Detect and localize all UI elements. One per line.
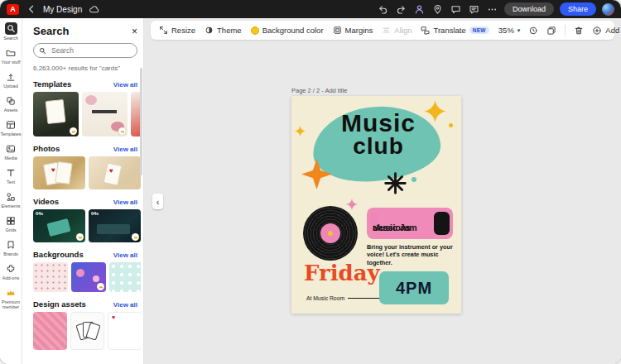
heart-icon: ♥	[109, 167, 113, 175]
thumbnail-art	[93, 275, 99, 282]
margins-button[interactable]: Margins	[333, 26, 373, 35]
star-icon[interactable]	[301, 159, 332, 189]
share-button[interactable]: Share	[560, 2, 596, 16]
sidebar-item-grids[interactable]: Grids	[0, 214, 22, 238]
translate-button[interactable]: Translate NEW	[421, 26, 489, 35]
sidebar-item-media[interactable]: Media	[0, 142, 22, 166]
more-icon[interactable]	[486, 3, 498, 16]
background-thumbnail[interactable]	[71, 262, 106, 292]
chat-icon[interactable]	[468, 3, 480, 16]
sidebar-item-text[interactable]: Text	[0, 166, 22, 190]
collaborators-icon[interactable]	[413, 3, 426, 16]
zoom-dropdown[interactable]: 35% ▾	[498, 26, 521, 35]
poster-day-text[interactable]: Friday	[304, 261, 380, 285]
search-panel: Search × 6,263,000+ results for "cards" …	[22, 18, 144, 364]
zoom-level: 35%	[498, 26, 514, 35]
poster-title[interactable]: Music club	[316, 111, 440, 158]
asterisk-icon[interactable]	[384, 172, 407, 194]
pages-button[interactable]	[546, 26, 556, 36]
page-label[interactable]: Page 2 / 2 - Add title	[291, 87, 348, 94]
view-all-link[interactable]: View all	[113, 301, 137, 309]
redo-icon[interactable]	[395, 3, 407, 16]
toolbar-divider	[565, 25, 566, 36]
dot-shape	[412, 177, 416, 182]
sidebar-item-label: Elements	[0, 204, 22, 208]
background-thumbnail[interactable]	[109, 262, 141, 292]
sidebar-item-templates[interactable]: Templates	[0, 118, 22, 142]
section-templates: Templates View all	[33, 79, 141, 136]
vinyl-record-image[interactable]	[303, 206, 358, 261]
sidebar-item-add-ons[interactable]: Add-ons	[0, 262, 22, 286]
sparkle-icon[interactable]	[295, 126, 306, 136]
banner-line2: Sessions	[373, 223, 411, 232]
sidebar-item-label: Add-ons	[0, 275, 22, 280]
asset-thumbnail[interactable]	[33, 312, 67, 350]
sidebar-item-assets[interactable]: Assets	[0, 94, 22, 118]
video-thumbnail[interactable]: 04s	[89, 209, 141, 242]
search-input-box	[33, 43, 137, 58]
view-all-link[interactable]: View all	[113, 146, 137, 153]
section-title: Backgrounds	[33, 250, 84, 259]
jam-sessions-banner[interactable]: Music Jam Sessions	[367, 208, 453, 239]
asset-thumbnail[interactable]	[70, 312, 104, 350]
resize-label: Resize	[171, 26, 195, 35]
poster-time-box[interactable]: 4PM	[379, 271, 449, 304]
poster-artboard[interactable]: Music club Music Jam Sessions	[291, 96, 461, 314]
view-all-link[interactable]: View all	[113, 251, 137, 259]
section-design-assets: Design assets View all ♥	[33, 299, 141, 350]
user-avatar[interactable]	[602, 3, 614, 16]
back-icon[interactable]	[25, 3, 37, 16]
view-all-link[interactable]: View all	[113, 199, 137, 206]
search-input[interactable]	[50, 46, 132, 55]
theme-label: Theme	[217, 26, 242, 35]
background-thumbnail[interactable]	[33, 262, 68, 292]
history-button[interactable]	[528, 26, 538, 36]
heart-icon: ♥	[112, 314, 115, 320]
comment-icon[interactable]	[450, 3, 462, 16]
background-color-button[interactable]: Background color	[251, 26, 324, 35]
poster-location[interactable]: At Music Room	[306, 295, 379, 301]
align-button: Align	[382, 26, 412, 35]
asset-thumbnail[interactable]: ♥	[108, 312, 141, 350]
undo-icon[interactable]	[377, 3, 389, 16]
sidebar-item-premium[interactable]: Premium member	[0, 286, 22, 310]
search-icon	[39, 47, 46, 55]
sidebar-item-label: Search	[0, 36, 22, 41]
panel-collapse-button[interactable]: ‹	[152, 194, 163, 209]
photo-thumbnail[interactable]: ♥	[89, 156, 141, 189]
sidebar-item-elements[interactable]: Elements	[0, 190, 22, 214]
sidebar-item-search[interactable]: Search	[0, 22, 22, 46]
template-thumbnail[interactable]	[33, 92, 79, 136]
poster-title-line2: club	[316, 135, 440, 157]
shapes-icon	[5, 190, 17, 203]
section-backgrounds: Backgrounds View all	[33, 250, 141, 292]
thumbnail-art	[76, 269, 84, 277]
theme-button[interactable]: Theme	[205, 26, 242, 35]
video-thumbnail[interactable]: 04s	[33, 209, 85, 242]
sidebar-item-your-stuff[interactable]: Your stuff	[0, 46, 22, 70]
color-swatch-icon	[251, 26, 259, 35]
photo-thumbnail[interactable]: ♥	[33, 156, 85, 189]
underline-shape	[348, 298, 379, 299]
close-icon[interactable]: ×	[132, 26, 137, 36]
delete-button[interactable]	[574, 26, 584, 36]
add-page-button[interactable]: Add	[592, 26, 619, 36]
translate-label: Translate	[433, 26, 465, 35]
thumbnail-art	[92, 110, 117, 113]
pin-icon[interactable]	[431, 3, 444, 16]
view-all-link[interactable]: View all	[113, 81, 137, 89]
sidebar-item-label: Text	[0, 180, 22, 184]
download-button[interactable]: Download	[504, 2, 554, 16]
thumbnail-art	[46, 99, 66, 124]
section-photos: Photos View all ♥ ♥	[33, 144, 141, 189]
document-title[interactable]: My Design	[43, 5, 82, 14]
resize-button[interactable]: Resize	[159, 26, 195, 35]
sidebar-item-brands[interactable]: Brands	[0, 238, 22, 262]
premium-badge-icon	[118, 127, 126, 135]
panel-scrollbar[interactable]	[140, 68, 142, 175]
dot-shape	[449, 123, 453, 127]
video-duration: 04s	[91, 211, 99, 216]
section-videos: Videos View all 04s 04s	[33, 197, 141, 242]
template-thumbnail[interactable]	[82, 92, 128, 136]
sidebar-item-upload[interactable]: Upload	[0, 70, 22, 94]
